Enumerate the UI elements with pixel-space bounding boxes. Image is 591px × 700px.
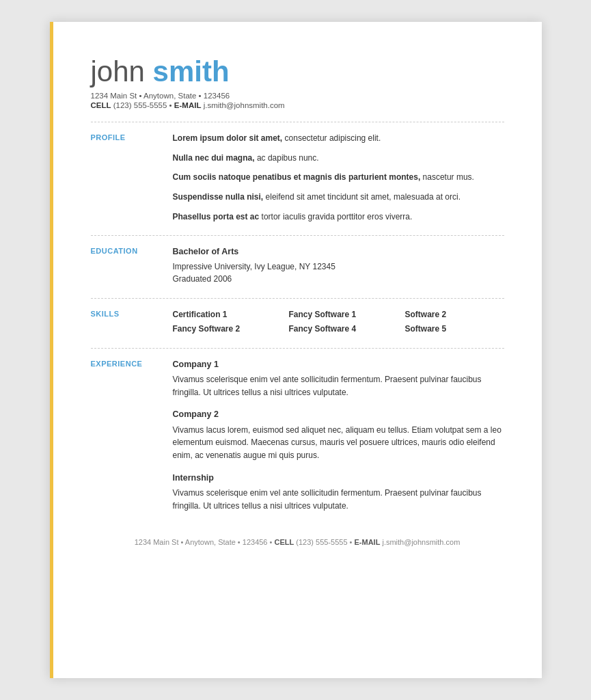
profile-label: PROFILE [91,132,173,223]
profile-item-3: Cum sociis natoque penatibus et magnis d… [173,171,504,184]
experience-section: EXPERIENCE Company 1 Vivamus scelerisque… [91,358,504,515]
skill-5: Fancy Software 4 [289,323,398,336]
cell-number: (123) 555-5555 [113,101,167,109]
skill-6: Software 5 [405,323,487,336]
profile-section: PROFILE Lorem ipsum dolor sit amet, cons… [91,132,504,226]
profile-bold-1: Lorem ipsum dolor sit amet, [173,133,283,143]
education-divider [91,298,504,299]
edu-degree: Bachelor of Arts [173,245,504,258]
exp-company-1: Company 1 [173,358,504,371]
last-name: smith [153,55,230,88]
footer-cell-label: CELL [274,538,294,546]
resume-document: john smith 1234 Main St • Anytown, State… [50,22,542,678]
education-section: EDUCATION Bachelor of Arts Impressive Un… [91,245,504,288]
skills-content: Certification 1 Fancy Software 1 Softwar… [173,308,504,336]
skills-grid: Certification 1 Fancy Software 1 Softwar… [173,308,504,336]
exp-desc-3: Vivamus scelerisque enim vel ante sollic… [173,487,504,512]
profile-text-2: ac dapibus nunc. [257,153,319,163]
profile-bold-2: Nulla nec dui magna, [173,153,255,163]
profile-bold-5: Phasellus porta est ac [173,212,260,221]
email-label: E-MAIL [174,101,202,109]
profile-bold-4: Suspendisse nulla nisi, [173,192,264,202]
profile-bold-3: Cum sociis natoque penatibus et magnis d… [173,172,421,182]
education-label: EDUCATION [91,245,173,286]
exp-item-1: Company 1 Vivamus scelerisque enim vel a… [173,358,504,399]
profile-text-1: consectetur adipiscing elit. [285,133,381,143]
address: 1234 Main St • Anytown, State • 123456 [91,92,504,100]
edu-graduated: Graduated 2006 [173,273,504,286]
education-content: Bachelor of Arts Impressive University, … [173,245,504,286]
contact-line: CELL (123) 555-5555 • E-MAIL j.smith@joh… [91,101,504,109]
skill-4: Fancy Software 2 [173,323,282,336]
exp-company-2: Company 2 [173,408,504,421]
profile-text-5: tortor iaculis gravida porttitor eros vi… [262,212,413,221]
profile-content: Lorem ipsum dolor sit amet, consectetur … [173,132,504,223]
footer-email: j.smith@johnsmith.com [382,538,460,546]
name-heading: john smith [91,56,504,88]
header: john smith 1234 Main St • Anytown, State… [91,56,504,109]
skills-label: SKILLS [91,308,173,336]
footer: 1234 Main St • Anytown, State • 123456 •… [91,531,504,546]
skills-section: SKILLS Certification 1 Fancy Software 1 … [91,308,504,338]
skill-1: Certification 1 [173,308,282,321]
exp-item-3: Internship Vivamus scelerisque enim vel … [173,472,504,513]
exp-company-3: Internship [173,472,504,485]
profile-item-4: Suspendisse nulla nisi, eleifend sit ame… [173,191,504,204]
footer-address: 1234 Main St • Anytown, State • 123456 [135,538,268,546]
header-divider [91,122,504,122]
profile-item-1: Lorem ipsum dolor sit amet, consectetur … [173,132,504,145]
page-wrapper: john smith 1234 Main St • Anytown, State… [0,0,591,700]
experience-content: Company 1 Vivamus scelerisque enim vel a… [173,358,504,512]
skill-2: Fancy Software 1 [289,308,398,321]
profile-text-3: nascetur mus. [423,172,474,182]
profile-item-5: Phasellus porta est ac tortor iaculis gr… [173,211,504,224]
skill-3: Software 2 [405,308,487,321]
exp-item-2: Company 2 Vivamus lacus lorem, euismod s… [173,408,504,461]
email-address: j.smith@johnsmith.com [204,101,285,109]
profile-item-2: Nulla nec dui magna, ac dapibus nunc. [173,152,504,165]
cell-label: CELL [91,101,111,109]
skills-divider [91,348,504,349]
first-name: john [91,55,145,88]
exp-desc-1: Vivamus scelerisque enim vel ante sollic… [173,373,504,399]
profile-divider [91,235,504,236]
exp-desc-2: Vivamus lacus lorem, euismod sed aliquet… [173,424,504,462]
profile-text-4: eleifend sit amet tincidunt sit amet, ma… [266,192,461,202]
experience-label: EXPERIENCE [91,358,173,512]
footer-email-label: E-MAIL [355,538,381,546]
footer-cell: (123) 555-5555 [296,538,347,546]
edu-university: Impressive University, Ivy League, NY 12… [173,260,504,273]
